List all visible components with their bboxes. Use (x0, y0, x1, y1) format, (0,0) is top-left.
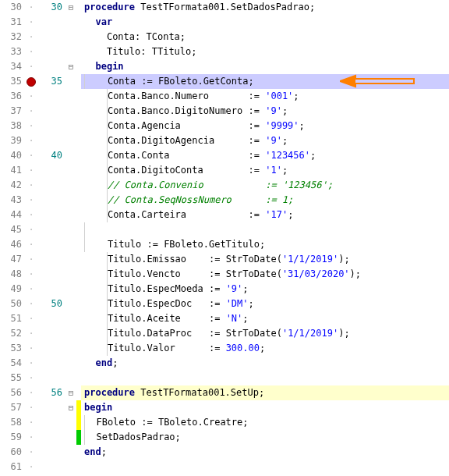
breakpoint-gutter[interactable]: · (23, 460, 39, 474)
code-text[interactable]: Titulo.Vencto := StrToDate('31/03/2020')… (81, 267, 449, 282)
code-line[interactable]: 61· (0, 460, 449, 474)
code-line[interactable]: 32· Conta: TConta; (0, 30, 449, 44)
breakpoint-gutter[interactable]: · (23, 0, 39, 15)
code-line[interactable]: 57·⊟begin (0, 400, 449, 415)
code-text[interactable]: Conta.Carteira := '17'; (81, 208, 449, 222)
fold-gutter[interactable] (65, 119, 76, 133)
code-text[interactable]: Titulo.EspecMoeda := '9'; (81, 282, 449, 297)
fold-gutter[interactable] (65, 297, 76, 311)
fold-gutter[interactable]: ⊟ (65, 59, 76, 74)
fold-gutter[interactable] (65, 193, 76, 208)
fold-gutter[interactable] (65, 133, 76, 148)
code-text[interactable]: end; (81, 356, 449, 371)
code-line[interactable]: 3535 Conta := FBoleto.GetConta; (0, 74, 449, 89)
breakpoint-gutter[interactable]: · (23, 59, 39, 74)
breakpoint-gutter[interactable]: · (23, 326, 39, 341)
code-line[interactable]: 40·40 Conta.Conta := '123456'; (0, 148, 449, 163)
breakpoint-gutter[interactable]: · (23, 163, 39, 178)
code-line[interactable]: 34·⊟ begin (0, 59, 449, 74)
breakpoint-gutter[interactable]: · (23, 30, 39, 44)
fold-gutter[interactable]: ⊟ (65, 385, 76, 400)
fold-gutter[interactable] (65, 356, 76, 371)
breakpoint-gutter[interactable]: · (23, 311, 39, 326)
fold-gutter[interactable] (65, 371, 76, 385)
code-text[interactable]: // Conta.Convenio := '123456'; (81, 178, 449, 193)
breakpoint-gutter[interactable]: · (23, 356, 39, 371)
code-text[interactable] (81, 371, 449, 385)
code-line[interactable]: 36· Conta.Banco.Numero := '001'; (0, 89, 449, 104)
code-text[interactable]: begin (81, 59, 449, 74)
code-text[interactable]: Conta.Conta := '123456'; (81, 148, 449, 163)
breakpoint-gutter[interactable]: · (23, 282, 39, 297)
code-line[interactable]: 58· FBoleto := TBoleto.Creatre; (0, 415, 449, 430)
code-line[interactable]: 47· Titulo.Emissao := StrToDate('1/1/201… (0, 252, 449, 267)
fold-gutter[interactable] (65, 44, 76, 59)
fold-gutter[interactable] (65, 208, 76, 222)
code-line[interactable]: 39· Conta.DigitoAgencia := '9'; (0, 133, 449, 148)
code-text[interactable]: Titulo: TTitulo; (81, 44, 449, 59)
code-line[interactable]: 31· var (0, 15, 449, 30)
fold-gutter[interactable]: ⊟ (65, 0, 76, 15)
code-line[interactable]: 51· Titulo.Aceite := 'N'; (0, 311, 449, 326)
breakpoint-gutter[interactable]: · (23, 371, 39, 385)
code-line[interactable]: 54· end; (0, 356, 449, 371)
code-text[interactable]: Conta.Banco.DigitoNumero := '9'; (81, 104, 449, 119)
fold-gutter[interactable] (65, 163, 76, 178)
fold-gutter[interactable] (65, 89, 76, 104)
code-text[interactable]: Titulo.DataProc := StrToDate('1/1/2019')… (81, 326, 449, 341)
fold-gutter[interactable] (65, 282, 76, 297)
breakpoint-gutter[interactable]: · (23, 415, 39, 430)
breakpoint-gutter[interactable]: · (23, 445, 39, 460)
breakpoint-gutter[interactable]: · (23, 104, 39, 119)
code-line[interactable]: 53· Titulo.Valor := 300.00; (0, 341, 449, 356)
code-text[interactable] (81, 222, 449, 237)
fold-gutter[interactable] (65, 326, 76, 341)
code-line[interactable]: 33· Titulo: TTitulo; (0, 44, 449, 59)
fold-gutter[interactable] (65, 252, 76, 267)
code-line[interactable]: 43· // Conta.SeqNossNumero := 1; (0, 193, 449, 208)
code-text[interactable]: var (81, 15, 449, 30)
breakpoint-gutter[interactable]: · (23, 400, 39, 415)
breakpoint-gutter[interactable]: · (23, 119, 39, 133)
code-text[interactable]: Conta.Banco.Numero := '001'; (81, 89, 449, 104)
breakpoint-gutter[interactable]: · (23, 341, 39, 356)
fold-gutter[interactable] (65, 460, 76, 474)
code-line[interactable]: 48· Titulo.Vencto := StrToDate('31/03/20… (0, 267, 449, 282)
code-line[interactable]: 46· Titulo := FBoleto.GetTitulo; (0, 237, 449, 252)
breakpoint-gutter[interactable]: · (23, 133, 39, 148)
code-line[interactable]: 59· SetDadosPadrao; (0, 430, 449, 445)
code-line[interactable]: 37· Conta.Banco.DigitoNumero := '9'; (0, 104, 449, 119)
code-text[interactable]: SetDadosPadrao; (81, 430, 449, 445)
code-line[interactable]: 41· Conta.DigitoConta := '1'; (0, 163, 449, 178)
breakpoint-gutter[interactable]: · (23, 252, 39, 267)
code-line[interactable]: 49· Titulo.EspecMoeda := '9'; (0, 282, 449, 297)
code-text[interactable]: FBoleto := TBoleto.Creatre; (81, 415, 449, 430)
code-text[interactable]: end; (81, 445, 449, 460)
code-line[interactable]: 30·30⊟procedure TestTFormata001.SetDados… (0, 0, 449, 15)
breakpoint-gutter[interactable]: · (23, 267, 39, 282)
breakpoint-gutter[interactable]: · (23, 89, 39, 104)
fold-gutter[interactable]: ⊟ (65, 400, 76, 415)
fold-gutter[interactable] (65, 430, 76, 445)
fold-gutter[interactable] (65, 104, 76, 119)
code-text[interactable]: Titulo := FBoleto.GetTitulo; (81, 237, 449, 252)
breakpoint-gutter[interactable]: · (23, 148, 39, 163)
code-text[interactable]: // Conta.SeqNossNumero := 1; (81, 193, 449, 208)
fold-gutter[interactable] (65, 148, 76, 163)
code-text[interactable]: begin (81, 400, 449, 415)
code-line[interactable]: 50·50 Titulo.EspecDoc := 'DM'; (0, 297, 449, 311)
breakpoint-gutter[interactable]: · (23, 193, 39, 208)
breakpoint-gutter[interactable]: · (23, 222, 39, 237)
fold-gutter[interactable] (65, 178, 76, 193)
code-text[interactable]: procedure TestTFormata001.SetDadosPadrao… (81, 0, 449, 15)
fold-gutter[interactable] (65, 341, 76, 356)
breakpoint-gutter[interactable]: · (23, 208, 39, 222)
code-line[interactable]: 56·56⊟procedure TestTFormata001.SetUp; (0, 385, 449, 400)
breakpoint-gutter[interactable]: · (23, 237, 39, 252)
breakpoint-gutter[interactable]: · (23, 44, 39, 59)
breakpoint-gutter[interactable] (23, 74, 39, 89)
fold-gutter[interactable] (65, 445, 76, 460)
breakpoint-gutter[interactable]: · (23, 15, 39, 30)
code-text[interactable]: Titulo.Valor := 300.00; (81, 341, 449, 356)
fold-gutter[interactable] (65, 237, 76, 252)
